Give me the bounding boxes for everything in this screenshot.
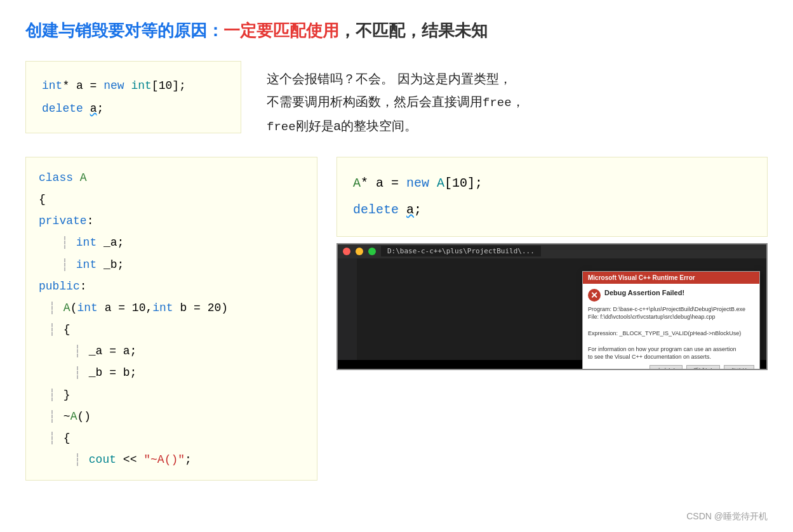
vs-titlebar: D:\base-c-c++\plus\ProjectBuild\... [338,244,766,258]
kw-delete1: delete [42,102,83,115]
bracket1: [10]; [152,79,186,92]
explanation-line1: 这个会报错吗？不会。 因为这是内置类型， [267,67,768,90]
class-line-intb: int _b; [64,254,304,276]
page-heading: 创建与销毁要对等的原因：一定要匹配使用，不匹配，结果未知 [25,19,768,42]
error-header: ✕ Debug Assertion Failed! [588,289,754,302]
error-screenshot: D:\base-c-c++\plus\ProjectBuild\... Micr… [337,243,768,370]
error-icon: ✕ [588,289,601,302]
class-line-brace1: { [39,189,304,210]
error-dialog-body: ✕ Debug Assertion Failed! Program: D:\ba… [583,284,759,370]
kw-int1: int [42,79,62,92]
var-a-squiggle: a [90,102,97,115]
class-line-cout: cout << "~A()"; [77,449,304,470]
error-type-text: Debug Assertion Failed! [604,289,684,296]
error-title: Debug Assertion Failed! [604,289,684,296]
vs-editor-body: Microsoft Visual C++ Runtime Error ✕ Deb… [338,258,766,360]
abort-button[interactable]: 中止(A) [650,365,683,370]
kw-new1: new [103,79,124,92]
bottom-section: class A { private: int _a; int _b; publi… [25,157,768,481]
class-line-b-assign: _b = b; [77,362,304,383]
code-line-1: int* a = new int[10]; [42,74,225,97]
ptr-star: * [62,79,69,92]
class-line-a-assign: _a = a; [77,340,304,362]
heading-suffix: ，不匹配，结果未知 [339,21,488,40]
right-panel: A* a = new A[10]; delete a; D:\base-c-c+… [337,157,768,370]
vs-sidebar [338,258,357,360]
error-program-path: Program: D:\base-c-c++\plus\ProjectBuild… [588,305,754,361]
class-line-inta: int _a; [64,232,304,253]
top-section: int* a = new int[10]; delete a; 这个会报错吗？不… [25,61,768,137]
vs-tab: D:\base-c-c++\plus\ProjectBuild\... [381,246,541,256]
class-line-destructor-brace: { [51,427,304,449]
class-line-public: public: [39,276,304,297]
csdn-watermark: CSDN @睡觉待开机 [686,511,768,522]
explanation-text: 这个会报错吗？不会。 因为这是内置类型， 不需要调用析构函数，然后会直接调用fr… [267,61,768,137]
code-line-2: delete a; [42,97,225,120]
class-line-destructor-sig: ~A() [51,406,304,427]
var-a1: a = [69,79,103,92]
class-line-constructor-brace: { [51,319,304,340]
error-dialog-title: Microsoft Visual C++ Runtime Error [583,272,759,284]
heading-prefix: 创建与销毁要对等的原因： [25,21,223,40]
heading-highlight: 一定要匹配使用 [223,21,339,40]
semicolon1: ; [97,102,103,115]
right-code-line1: A* a = new A[10]; [353,170,751,197]
space1 [124,79,131,92]
right-code-box: A* a = new A[10]; delete a; [337,157,768,237]
right-code-line2: delete a; [353,197,751,223]
kw-int2: int [131,79,151,92]
explanation-line3: free刚好是a的整块空间。 [267,114,768,138]
class-line-constructor-close: } [51,384,304,406]
close-btn [343,248,350,255]
top-code-box: int* a = new int[10]; delete a; [25,61,241,133]
explanation-line2: 不需要调用析构函数，然后会直接调用free， [267,90,768,114]
ignore-button[interactable]: 忽略(I) [724,365,755,370]
class-code-box: class A { private: int _a; int _b; publi… [25,157,317,481]
var-a2 [83,102,90,115]
class-line-constructor-sig: A(int a = 10,int b = 20) [51,297,304,319]
maximize-btn [368,248,376,255]
retry-button[interactable]: 重试(R) [686,365,720,370]
error-buttons: 中止(A) 重试(R) 忽略(I) [588,365,754,370]
class-line-class: class A [39,167,304,189]
class-line-private: private: [39,210,304,232]
error-dialog: Microsoft Visual C++ Runtime Error ✕ Deb… [582,271,760,370]
minimize-btn [356,248,363,255]
